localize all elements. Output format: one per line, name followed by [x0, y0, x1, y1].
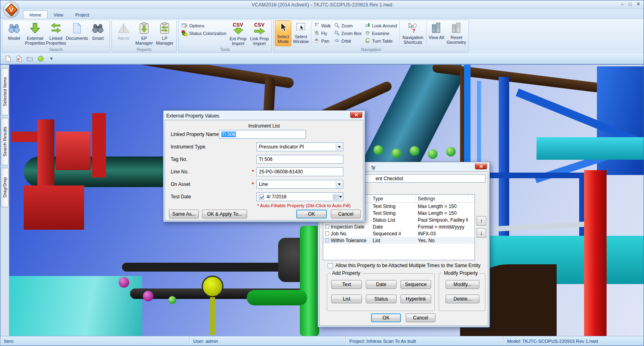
csv-icon: CSV [233, 22, 243, 28]
titlebar[interactable]: VCAM2016 (2014 ActiveX) - TKJTC-SCOPUS-2… [0, 0, 644, 9]
line-no-input[interactable]: 25-PG-06008-61430 [256, 167, 343, 176]
add-sequence-button[interactable]: Sequence [400, 280, 431, 289]
toolbar-options-dropdown[interactable] [50, 58, 53, 60]
cancel-button[interactable]: Cancel [331, 210, 361, 218]
binoculars-icon [8, 22, 20, 35]
options-button[interactable]: Options [180, 22, 227, 29]
status-model: Model: TKJTC-SCOPUS-220915 Rev 1.nwd [504, 336, 644, 346]
ep-manager-button[interactable]: EP Manager [134, 21, 154, 46]
allow-multiple-checkbox-row[interactable]: Allow this Property to be Attached Multi… [328, 263, 481, 268]
table-row-selected[interactable]: Within Tolerance List Yes, No [323, 237, 475, 244]
cancel-button[interactable]: Cancel [406, 313, 436, 322]
scene-shape [24, 185, 84, 230]
tab-project[interactable]: Project [69, 11, 95, 19]
zoom-button[interactable]: Zoom [332, 22, 363, 29]
alerts-button[interactable]: Alerts [113, 21, 134, 46]
turn-table-button[interactable]: Turn Table [363, 37, 398, 45]
sidebar-tab-search-results[interactable]: Search Results [1, 118, 8, 165]
test-date-picker[interactable]: 4/ 7/2016 [256, 192, 343, 201]
dropdown-button[interactable] [336, 181, 343, 188]
add-list-button[interactable]: List [331, 295, 362, 303]
linked-properties-button[interactable]: Linked Properties [45, 21, 66, 46]
sidebar-tab-selected-items[interactable]: Selected Items [1, 68, 8, 115]
pan-button[interactable]: Pan [312, 37, 332, 45]
app-window: V VCAM2016 (2014 ActiveX) - TKJTC-SCOPUS… [0, 0, 644, 346]
view-all-button[interactable]: View All [427, 21, 446, 46]
app-logo-letter: V [9, 6, 13, 13]
close-button[interactable]: ✕ [636, 1, 640, 7]
same-as-button[interactable]: Same As... [169, 210, 199, 218]
property-icon [325, 231, 329, 236]
tab-view[interactable]: View [47, 11, 69, 19]
ribbon-group-reports: Alerts EP Manager LP Manager Reports [111, 20, 177, 53]
move-down-button[interactable]: ↓ [477, 228, 486, 238]
look-around-button[interactable]: Look Around [363, 22, 398, 29]
chevron-down-icon [339, 196, 342, 198]
on-asset-dropdown[interactable]: Line [256, 180, 343, 189]
add-hyperlink-button[interactable]: Hyperlink [400, 295, 431, 303]
add-date-button[interactable]: Date [366, 280, 396, 289]
date-enabled-checkbox[interactable] [259, 194, 264, 200]
svg-text:?: ? [412, 28, 415, 33]
fly-button[interactable]: Fly [312, 30, 332, 37]
select-window-button[interactable]: Select Window [291, 21, 310, 46]
model-viewport[interactable]: ty ent Checklist Type Settings [9, 65, 644, 336]
orbit-icon [334, 38, 340, 44]
move-up-button[interactable]: ↑ [477, 216, 486, 226]
tag-no-input[interactable]: TI 506 [256, 155, 343, 164]
examine-button[interactable]: Examine [363, 30, 398, 37]
linked-property-name-input[interactable]: TI 506 [219, 130, 306, 139]
external-properties-button[interactable]: External Properties [25, 21, 45, 46]
model-button[interactable]: Model [4, 21, 25, 46]
publish-button[interactable] [37, 55, 45, 63]
ok-apply-to-button[interactable]: OK & Apply To... [202, 210, 247, 218]
select-mode-button[interactable]: Select Mode [275, 21, 291, 46]
minimize-button[interactable]: – [621, 1, 624, 7]
walk-button[interactable]: Walk [312, 22, 332, 29]
instrument-list-header: Instrument List [165, 123, 363, 129]
ok-button[interactable]: OK [371, 313, 401, 322]
documents-button[interactable]: Documents [66, 21, 87, 46]
epv-titlebar[interactable]: External Property Values [165, 112, 363, 120]
tab-home[interactable]: Home [23, 10, 47, 19]
green-down-arrow-icon [29, 22, 41, 35]
lp-manager-button[interactable]: LP Manager [155, 21, 175, 46]
properties-file-button[interactable]: P [15, 55, 23, 63]
add-text-button[interactable]: Text [331, 280, 362, 289]
instrument-type-dropdown[interactable]: Pressure Indicator PI [256, 142, 343, 151]
window-title: VCAM2016 (2014 ActiveX) - TKJTC-SCOPUS-2… [252, 2, 392, 8]
property-icon [325, 238, 329, 243]
clipboard-down-arrow-icon [138, 22, 150, 35]
app-menu-button[interactable]: V [3, 2, 19, 18]
scene-shape [210, 297, 215, 335]
reset-geometry-button[interactable]: Reset Geometry [446, 21, 467, 46]
dropdown-button[interactable] [336, 143, 343, 150]
navigation-shortcuts-button[interactable]: ? Navigation Shortcuts [400, 21, 425, 46]
ok-button[interactable]: OK [296, 210, 327, 218]
table-row[interactable]: Inspection Date Date Format = mm/dd/yyyy [323, 223, 475, 230]
restore-button[interactable]: □ [629, 1, 632, 7]
calendar-dropdown-button[interactable] [333, 193, 343, 200]
zoom-box-button[interactable]: Zoom Box [332, 30, 363, 37]
link-prop-import-button[interactable]: CSV Link Prop Import [249, 21, 270, 46]
close-button[interactable] [350, 112, 362, 118]
ext-prop-import-button[interactable]: CSV Ext Prop Import [227, 21, 249, 46]
scene-shape [56, 132, 91, 170]
sidebar-tab-drag-drop[interactable]: Drag/Drop [1, 168, 8, 207]
chevron-down-icon [50, 58, 53, 60]
walk-icon [314, 23, 320, 29]
close-button[interactable] [475, 163, 487, 169]
svg-text:P: P [18, 58, 20, 62]
table-row[interactable]: Job No. Sequenced # INFX-03 [323, 230, 475, 237]
new-file-button[interactable] [4, 55, 12, 63]
delete-button[interactable]: Delete... [446, 295, 479, 303]
dark-binoculars-icon [92, 22, 104, 35]
orbit-button[interactable]: Orbit [332, 37, 363, 45]
status-colorization-button[interactable]: Status Colorization [180, 30, 227, 37]
modify-button[interactable]: Modify... [446, 280, 479, 289]
add-status-button[interactable]: Status [366, 295, 396, 303]
scene-shape [374, 145, 383, 155]
smart-button[interactable]: Smart [87, 21, 108, 46]
open-folder-button[interactable] [26, 55, 34, 63]
folder-icon [27, 56, 33, 62]
